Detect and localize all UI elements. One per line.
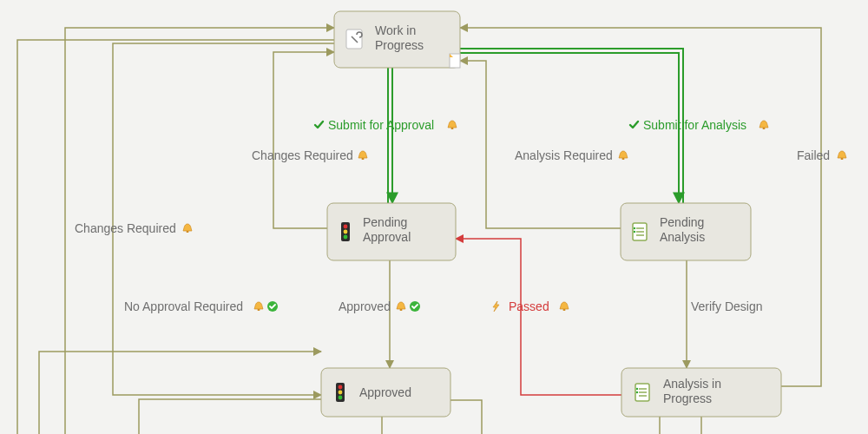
node-label: Progress	[375, 38, 424, 52]
node-label: Approved	[359, 385, 411, 399]
new-doc-icon	[450, 54, 460, 68]
check-icon	[315, 122, 323, 128]
transition-label: Submit for Approval	[328, 118, 434, 132]
node-pending-approval[interactable]: Pending Approval	[327, 203, 456, 260]
transition-label: Approved	[339, 299, 391, 313]
node-label: Progress	[663, 391, 712, 405]
node-analysis-in-progress[interactable]: Analysis in Progress	[621, 368, 781, 417]
transition-failed: Failed	[797, 148, 846, 162]
transition-verify-design: Verify Design	[691, 299, 762, 313]
transition-analysis-required: Analysis Required	[515, 148, 628, 162]
node-label: Analysis	[660, 230, 705, 244]
bell-icon	[254, 302, 263, 311]
node-approved[interactable]: Approved	[321, 368, 450, 417]
transition-label: No Approval Required	[124, 299, 243, 313]
traffic-light-icon	[341, 222, 350, 241]
transition-label: Changes Required	[75, 221, 176, 235]
transition-label: Submit for Analysis	[643, 118, 746, 132]
bell-icon	[183, 224, 192, 233]
node-pending-analysis[interactable]: Pending Analysis	[621, 203, 751, 260]
ok-icon	[267, 301, 278, 312]
checklist-icon	[635, 384, 649, 401]
ok-icon	[410, 301, 420, 312]
transition-label: Passed	[509, 299, 549, 313]
bell-icon	[760, 121, 768, 129]
node-label: Approval	[363, 230, 411, 244]
transition-passed: Passed	[493, 299, 569, 313]
bolt-icon	[493, 301, 499, 312]
wrench-doc-icon	[346, 30, 362, 49]
transition-approved: Approved	[339, 299, 420, 313]
bell-icon	[619, 151, 628, 160]
transition-label: Analysis Required	[515, 148, 613, 162]
check-icon	[630, 122, 638, 128]
transition-submit-for-analysis: Submit for Analysis	[630, 118, 768, 132]
transition-changes-required-outer: Changes Required	[75, 221, 192, 235]
bell-icon	[397, 302, 405, 311]
transition-submit-for-approval: Submit for Approval	[315, 118, 457, 132]
node-label: Pending	[660, 215, 704, 229]
transition-no-approval-required: No Approval Required	[124, 299, 278, 313]
node-label: Analysis in	[663, 377, 721, 391]
transition-label: Failed	[797, 148, 830, 162]
traffic-light-icon	[336, 383, 345, 402]
checklist-icon	[633, 223, 647, 240]
node-label: Pending	[363, 215, 407, 229]
bell-icon	[358, 151, 367, 160]
transition-label: Verify Design	[691, 299, 762, 313]
node-label: Work in	[375, 23, 416, 37]
transition-changes-required-inner: Changes Required	[252, 148, 367, 162]
workflow-canvas: Submit for Approval Submit for Analysis …	[0, 0, 868, 434]
transition-label: Changes Required	[252, 148, 353, 162]
bell-icon	[838, 151, 846, 160]
node-work-in-progress[interactable]: Work in Progress	[334, 11, 460, 68]
bell-icon	[560, 302, 569, 311]
bell-icon	[448, 121, 457, 129]
